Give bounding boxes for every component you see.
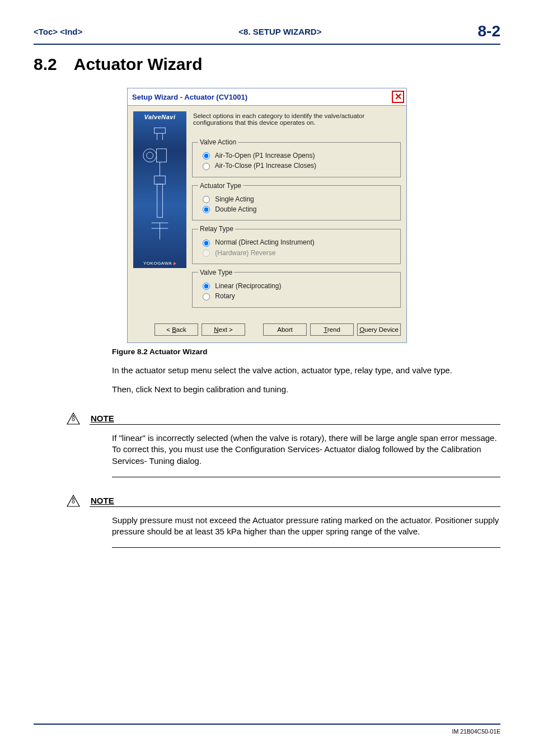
valve-action-group: Valve Action Air-To-Open (P1 Increase Op… (192, 138, 401, 177)
wizard-sidebar-image: ValveNavi (133, 111, 186, 268)
radio-rotary[interactable] (203, 293, 210, 300)
relay-normal[interactable]: Normal (Direct Acting Instrument) (203, 238, 395, 246)
actuator-line-art (138, 123, 182, 257)
note-2-text: Supply pressure must not exceed the Actu… (112, 515, 500, 538)
note-label: NOTE (91, 414, 114, 423)
valvenavi-logo: ValveNavi (133, 114, 186, 120)
yokogawa-logo: YOKOGAWA (133, 261, 186, 266)
valve-action-open[interactable]: Air-To-Open (P1 Increase Opens) (203, 152, 395, 159)
svg-point-3 (143, 149, 157, 162)
relay-normal-label: Normal (Direct Acting Instrument) (215, 238, 314, 246)
rotary-label: Rotary (215, 292, 235, 300)
abort-button[interactable]: Abort (263, 323, 307, 336)
actuator-type-group: Actuator Type Single Acting Double Actin… (192, 182, 401, 221)
valve-action-legend: Valve Action (198, 138, 238, 146)
query-device-button[interactable]: Query Device (357, 323, 401, 336)
svg-rect-5 (157, 149, 167, 162)
page-header: <Toc> <Ind> <8. SETUP WIZARD> 8-2 (34, 22, 500, 45)
body-para-2: Then, click Next to begin calibration an… (112, 384, 500, 395)
air-to-open-label: Air-To-Open (P1 Increase Opens) (215, 152, 315, 159)
radio-relay-reverse (203, 250, 210, 257)
section-heading: 8.2Actuator Wizard (34, 55, 500, 74)
svg-point-4 (147, 152, 153, 159)
next-button[interactable]: Next > (202, 323, 245, 336)
footer-doc-id: IM 21B04C50-01E (452, 728, 500, 735)
relay-type-legend: Relay Type (198, 225, 235, 233)
header-chapter[interactable]: <8. SETUP WIZARD> (238, 27, 321, 36)
svg-rect-7 (154, 176, 166, 184)
dialog-button-row: < Back Next > Abort Trend Query Device (128, 318, 406, 342)
close-icon[interactable]: ✕ (392, 91, 404, 103)
section-number: 8.2 (34, 55, 57, 73)
relay-reverse: (Hardware) Reverse (203, 249, 395, 257)
trend-button[interactable]: Trend (310, 323, 354, 336)
figure-caption: Figure 8.2 Actuator Wizard (112, 348, 500, 356)
radio-linear[interactable] (203, 283, 210, 290)
radio-double-acting[interactable] (203, 206, 210, 213)
valve-rotary[interactable]: Rotary (203, 292, 395, 300)
footer-rule (34, 724, 500, 725)
radio-air-to-open[interactable] (203, 152, 210, 159)
body-para-1: In the actuator setup menu select the va… (112, 365, 500, 376)
linear-label: Linear (Reciprocating) (215, 282, 281, 290)
actuator-double[interactable]: Double Acting (203, 205, 395, 213)
double-acting-label: Double Acting (215, 205, 256, 213)
page-number: 8-2 (478, 22, 500, 40)
header-toc-ind[interactable]: <Toc> <Ind> (34, 27, 82, 36)
actuator-single[interactable]: Single Acting (203, 195, 395, 203)
single-acting-label: Single Acting (215, 195, 254, 203)
relay-reverse-label: (Hardware) Reverse (215, 249, 275, 257)
valve-type-legend: Valve Type (198, 269, 234, 276)
note-block-2: NOTE Supply pressure must not exceed the… (34, 494, 500, 548)
dialog-instruction: Select options in each category to ident… (192, 111, 401, 127)
note-label: NOTE (91, 496, 114, 505)
actuator-wizard-dialog: Setup Wizard - Actuator (CV1001) ✕ Valve… (127, 88, 407, 343)
radio-air-to-close[interactable] (203, 163, 210, 170)
svg-rect-0 (154, 128, 166, 133)
dialog-titlebar: Setup Wizard - Actuator (CV1001) ✕ (128, 88, 406, 106)
svg-rect-8 (157, 184, 163, 217)
air-to-close-label: Air-To-Close (P1 Increase Closes) (215, 162, 316, 170)
valve-type-group: Valve Type Linear (Reciprocating) Rotary (192, 269, 401, 308)
svg-point-13 (72, 419, 74, 421)
radio-single-acting[interactable] (203, 196, 210, 203)
valve-action-close[interactable]: Air-To-Close (P1 Increase Closes) (203, 162, 395, 170)
note-icon (66, 494, 81, 508)
dialog-title-text: Setup Wizard - Actuator (CV1001) (132, 93, 247, 101)
note-icon (66, 412, 81, 425)
relay-type-group: Relay Type Normal (Direct Acting Instrum… (192, 225, 401, 264)
back-button[interactable]: < Back (154, 323, 198, 336)
section-title-text: Actuator Wizard (74, 55, 203, 73)
radio-relay-normal[interactable] (203, 240, 210, 247)
actuator-type-legend: Actuator Type (198, 182, 243, 190)
note-1-text: If "linear" is incorrectly selected (whe… (112, 433, 500, 467)
note-block-1: NOTE If "linear" is incorrectly selected… (34, 412, 500, 477)
valve-linear[interactable]: Linear (Reciprocating) (203, 282, 395, 290)
svg-point-15 (72, 501, 74, 503)
